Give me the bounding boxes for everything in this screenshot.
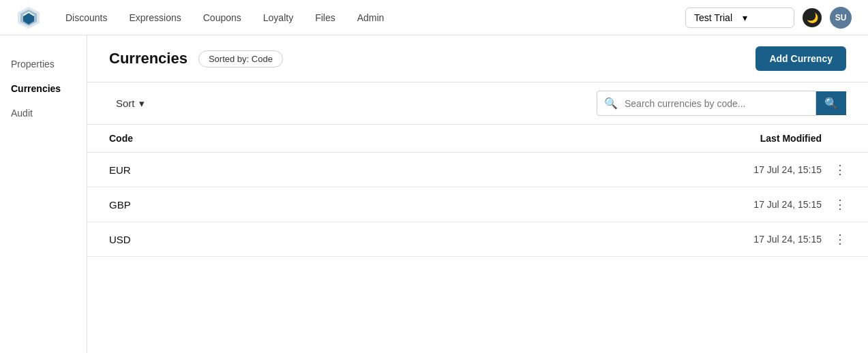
currency-code: USD [109,234,713,245]
sidebar-item-currencies[interactable]: Currencies [0,76,87,101]
dark-mode-toggle[interactable]: 🌙 [803,8,822,27]
row-menu-button[interactable]: ⋮ [822,162,846,177]
currency-code: GBP [109,199,713,211]
col-header-code: Code [109,133,710,144]
sort-badge[interactable]: Sorted by: Code [198,50,283,67]
main-nav: Discounts Expressions Coupons Loyalty Fi… [57,8,685,27]
col-header-last-modified: Last Modified [710,133,846,144]
search-input[interactable] [625,93,815,114]
table-row[interactable]: GBP 17 Jul 24, 15:15 ⋮ [87,187,868,222]
content-area: Currencies Sorted by: Code Add Currency … [87,35,868,353]
sidebar-item-properties[interactable]: Properties [0,52,87,76]
last-modified-value: 17 Jul 24, 15:15 [713,234,822,245]
sidebar: Properties Currencies Audit [0,35,87,353]
sort-label: Sort [116,97,135,109]
table-row[interactable]: EUR 17 Jul 24, 15:15 ⋮ [87,153,868,187]
search-icon: 🔍 [597,91,625,115]
chevron-down-icon: ▾ [743,12,785,23]
sidebar-item-audit[interactable]: Audit [0,101,87,125]
search-area: 🔍 🔍 [597,91,846,116]
row-menu-button[interactable]: ⋮ [822,232,846,247]
main-layout: Properties Currencies Audit Currencies S… [0,35,868,353]
table-header: Code Last Modified [87,125,868,153]
add-currency-button[interactable]: Add Currency [755,46,846,71]
nav-link-discounts[interactable]: Discounts [57,8,115,27]
top-nav: Discounts Expressions Coupons Loyalty Fi… [0,0,868,35]
page-title: Currencies [109,50,188,67]
app-logo [16,5,41,30]
last-modified-value: 17 Jul 24, 15:15 [713,199,822,210]
env-select-value: Test Trial [694,12,737,23]
user-avatar[interactable]: SU [830,7,852,29]
search-wrap: 🔍 [597,91,816,116]
last-modified-value: 17 Jul 24, 15:15 [713,164,822,175]
toolbar: Sort ▾ 🔍 🔍 [87,82,868,125]
nav-right: Test Trial ▾ 🌙 SU [685,7,852,29]
nav-link-admin[interactable]: Admin [349,8,393,27]
moon-icon: 🌙 [807,12,818,23]
nav-link-expressions[interactable]: Expressions [121,8,189,27]
currencies-table: Code Last Modified EUR 17 Jul 24, 15:15 … [87,125,868,353]
nav-link-files[interactable]: Files [307,8,344,27]
nav-link-loyalty[interactable]: Loyalty [255,8,301,27]
currency-code: EUR [109,164,713,176]
row-menu-button[interactable]: ⋮ [822,197,846,212]
sort-button[interactable]: Sort ▾ [109,93,151,114]
search-submit-icon: 🔍 [824,97,838,110]
page-header-left: Currencies Sorted by: Code [109,50,283,67]
nav-link-coupons[interactable]: Coupons [195,8,250,27]
page-header: Currencies Sorted by: Code Add Currency [87,35,868,82]
search-button[interactable]: 🔍 [816,91,846,115]
chevron-down-icon: ▾ [139,97,145,110]
table-row[interactable]: USD 17 Jul 24, 15:15 ⋮ [87,222,868,257]
environment-select[interactable]: Test Trial ▾ [685,7,794,28]
